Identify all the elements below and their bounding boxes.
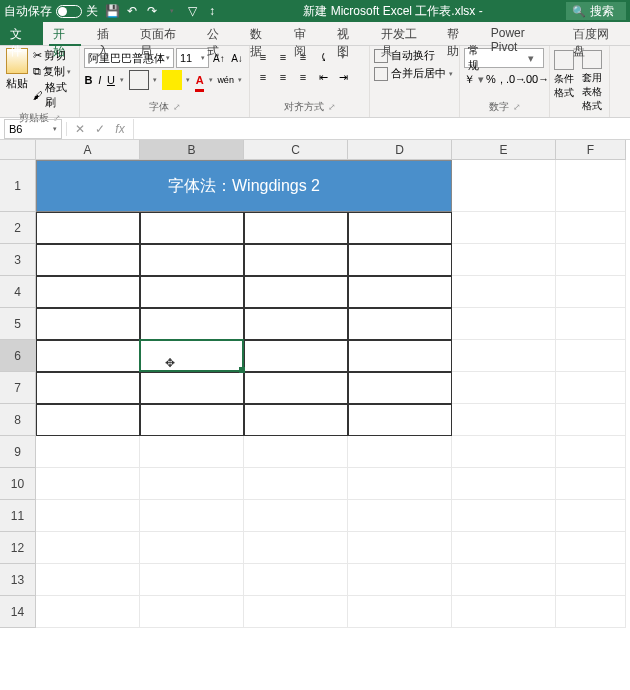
table-cell[interactable] [140, 212, 244, 244]
merge-button[interactable]: 合并后居中 ▾ [374, 66, 455, 81]
percent-button[interactable]: % [486, 70, 496, 88]
cell[interactable] [556, 244, 626, 276]
tab-页面布局[interactable]: 页面布局 [130, 22, 197, 45]
table-cell[interactable] [244, 308, 348, 340]
cell[interactable] [348, 596, 452, 628]
table-cell[interactable] [244, 340, 348, 372]
qat-dd-icon[interactable]: ▾ [164, 3, 180, 19]
row-header-3[interactable]: 3 [0, 244, 36, 276]
select-all-corner[interactable] [0, 140, 36, 160]
table-cell[interactable] [36, 244, 140, 276]
table-cell[interactable] [140, 404, 244, 436]
cell[interactable] [348, 468, 452, 500]
outdent-button[interactable]: ⇤ [314, 68, 332, 86]
cell[interactable] [36, 500, 140, 532]
table-cell[interactable] [348, 340, 452, 372]
cell[interactable] [452, 276, 556, 308]
worksheet-grid[interactable]: ABCDEF 1234567891011121314 字体法：Wingdings… [0, 140, 630, 628]
tab-帮助[interactable]: 帮助 [437, 22, 480, 45]
launcher-icon[interactable]: ⤢ [328, 102, 336, 112]
ruby-button[interactable]: wén [217, 70, 234, 90]
col-header-E[interactable]: E [452, 140, 556, 160]
cell[interactable] [140, 468, 244, 500]
cell[interactable] [140, 436, 244, 468]
row-header-2[interactable]: 2 [0, 212, 36, 244]
cell[interactable] [140, 500, 244, 532]
cancel-formula-button[interactable]: ✕ [71, 122, 89, 136]
cell[interactable] [452, 340, 556, 372]
col-header-A[interactable]: A [36, 140, 140, 160]
cell[interactable] [348, 436, 452, 468]
table-cell[interactable] [244, 244, 348, 276]
row-header-13[interactable]: 13 [0, 564, 36, 596]
cell[interactable] [452, 404, 556, 436]
row-header-1[interactable]: 1 [0, 160, 36, 212]
table-cell[interactable] [244, 276, 348, 308]
cell[interactable] [244, 500, 348, 532]
cell[interactable] [244, 436, 348, 468]
table-cell[interactable] [348, 276, 452, 308]
fill-color-button[interactable] [162, 70, 182, 90]
cell[interactable] [140, 532, 244, 564]
fill-handle[interactable] [239, 367, 245, 373]
cell[interactable] [452, 308, 556, 340]
copy-button[interactable]: 复制 ▾ [33, 64, 75, 79]
cell[interactable] [348, 500, 452, 532]
orient-button[interactable]: ⤹ [314, 48, 332, 66]
cell[interactable] [556, 532, 626, 564]
border-button[interactable] [129, 70, 149, 90]
table-cell[interactable] [244, 212, 348, 244]
cell[interactable] [140, 596, 244, 628]
cell[interactable] [556, 308, 626, 340]
cell[interactable] [36, 532, 140, 564]
sort-icon[interactable]: ↕ [204, 3, 220, 19]
bold-button[interactable]: B [84, 70, 93, 90]
table-cell[interactable] [244, 372, 348, 404]
cell[interactable] [36, 596, 140, 628]
tab-公式[interactable]: 公式 [197, 22, 240, 45]
cell[interactable] [556, 596, 626, 628]
row-header-11[interactable]: 11 [0, 500, 36, 532]
table-cell[interactable] [36, 404, 140, 436]
cell[interactable] [556, 276, 626, 308]
table-cell[interactable] [244, 404, 348, 436]
redo-icon[interactable]: ↷ [144, 3, 160, 19]
col-header-D[interactable]: D [348, 140, 452, 160]
cell[interactable] [452, 160, 556, 212]
align-center-button[interactable]: ≡ [274, 68, 292, 86]
tab-百度网盘[interactable]: 百度网盘 [563, 22, 630, 45]
cell[interactable] [244, 596, 348, 628]
col-header-B[interactable]: B [140, 140, 244, 160]
row-header-12[interactable]: 12 [0, 532, 36, 564]
tab-审阅[interactable]: 审阅 [284, 22, 327, 45]
row-header-6[interactable]: 6 [0, 340, 36, 372]
table-cell[interactable] [348, 244, 452, 276]
cell[interactable] [556, 564, 626, 596]
cell[interactable] [556, 212, 626, 244]
search-box[interactable]: 🔍 搜索 [566, 2, 626, 20]
cell[interactable] [36, 436, 140, 468]
tab-数据[interactable]: 数据 [240, 22, 283, 45]
enter-formula-button[interactable]: ✓ [91, 122, 109, 136]
col-header-F[interactable]: F [556, 140, 626, 160]
cell[interactable] [36, 564, 140, 596]
formula-input[interactable] [133, 119, 630, 139]
row-header-5[interactable]: 5 [0, 308, 36, 340]
row-header-14[interactable]: 14 [0, 596, 36, 628]
table-cell[interactable] [36, 276, 140, 308]
font-color-button[interactable]: A [195, 70, 204, 90]
save-icon[interactable]: 💾 [104, 3, 120, 19]
name-box[interactable]: B6▾ [4, 119, 62, 139]
filter-icon[interactable]: ▽ [184, 3, 200, 19]
row-header-9[interactable]: 9 [0, 436, 36, 468]
italic-button[interactable]: I [95, 70, 104, 90]
grid-body[interactable]: 字体法：Wingdings 2✥ [36, 160, 626, 628]
merged-header-cell[interactable]: 字体法：Wingdings 2 [36, 160, 452, 212]
row-header-4[interactable]: 4 [0, 276, 36, 308]
table-cell[interactable] [348, 308, 452, 340]
launcher-icon[interactable]: ⤢ [513, 102, 521, 112]
cell[interactable] [452, 244, 556, 276]
painter-button[interactable]: 格式刷 [33, 80, 75, 110]
shrink-font-button[interactable]: A↓ [229, 49, 245, 67]
table-cell[interactable] [140, 308, 244, 340]
